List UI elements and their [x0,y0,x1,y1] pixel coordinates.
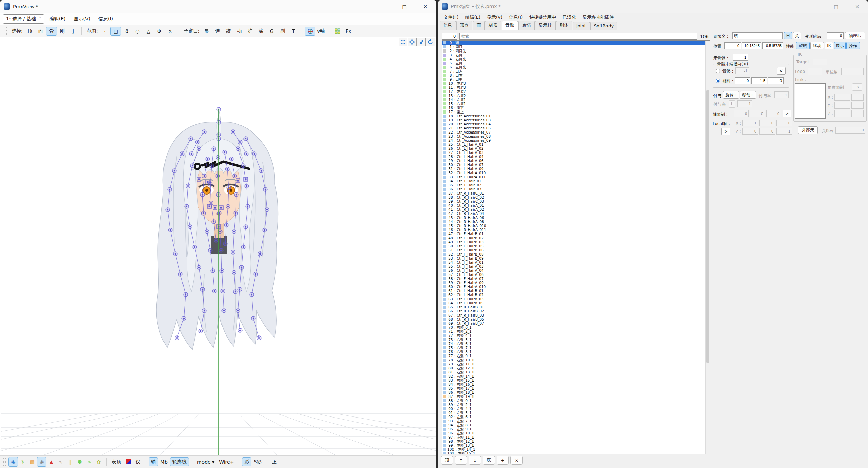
subwindow-button-显[interactable]: 显 [201,27,212,35]
tab-骨骼[interactable]: 骨骼 [502,21,518,30]
bone-list-item[interactable]: 16 : 歯下 [442,106,710,110]
range-button-□[interactable]: □ [111,27,121,35]
bone-list-item[interactable]: 2 : 両目先 [442,49,710,53]
bone-list-item[interactable]: 0 : 頭 [442,41,710,45]
bone-list-item[interactable]: 25 : Ctr_L_HairA_01 [442,142,710,146]
bone-list-item[interactable]: 61 : Ctr_L_HairB_01 [442,289,710,293]
subwindow-button-G[interactable]: G [267,27,277,35]
subwindow-button-动[interactable]: 动 [234,27,244,35]
local-axis-pick-button[interactable]: > [721,128,730,135]
label-front[interactable]: 正 [270,458,279,466]
bone-list-item[interactable]: 29 : Ctr_L_HairA_06 [442,159,710,163]
grid-quad-icon[interactable] [332,27,343,35]
bone-list-item[interactable]: 34 : Ctr_T_Hair_01 [442,179,710,183]
menu-item-3[interactable]: 信息(I) [506,14,526,21]
bone-list-item[interactable]: 99 : 左髪_13_1 [442,443,710,447]
bone-list-item[interactable]: 93 : 左髪_7_1 [442,419,710,423]
menu-item-4[interactable]: 快捷键禁用中 [526,14,559,21]
menu-item-5[interactable]: 已汉化 [559,14,579,21]
bone-list-item[interactable]: 28 : Ctr_L_HairA_04 [442,155,710,159]
subwindow-button-选[interactable]: 选 [212,27,223,35]
bone-list-item[interactable]: 66 : Ctr_R_HairB_02 [442,309,710,313]
menu-item-0[interactable]: 文件(F) [440,14,462,21]
material-swatch-icon[interactable] [126,459,131,464]
mode-dropdown[interactable]: mode ▾ [195,458,216,466]
bone-list-item[interactable]: 95 : 左髪_9_1 [442,427,710,431]
toggle-burst-icon[interactable]: ✳ [18,457,27,466]
bone-list-item[interactable]: 17 : 歯上 [442,110,710,114]
move-down-button[interactable]: ↓ [469,456,481,465]
tab-表情[interactable]: 表情 [518,21,535,30]
bone-list-item[interactable]: 10 : 左眉3 [442,81,710,85]
bone-list-item[interactable]: 77 : 右髪_9_1 [442,354,710,358]
bone-list-item[interactable]: 30 : Ctr_L_HairA_07 [442,163,710,167]
bone-list-item[interactable]: 15 : 右眉1 [442,102,710,106]
bone-list-item[interactable]: 69 : Ctr_R_HairB_07 [442,321,710,325]
maximize-button[interactable]: □ [394,0,415,13]
menu-item-1[interactable]: 编辑(E) [462,14,484,21]
bone-list-item[interactable]: 42 : Ctr_R_HairA_04 [442,211,710,216]
bone-list-item[interactable]: 81 : 右髪_13_1 [442,370,710,374]
bone-list[interactable]: 0 : 頭 1 : 両目 2 : 両目先 3 : 右目 4 : 右目光 5 : … [442,40,710,454]
bone-name-field[interactable] [732,32,783,39]
tail-rel-z-field[interactable] [768,77,784,84]
select-button-刚[interactable]: 刚 [57,27,67,35]
rotate-view-button[interactable] [426,38,435,46]
menu-item-2[interactable]: 显示(V) [484,14,506,21]
selected-index-field[interactable] [442,33,457,40]
subwindow-button-T[interactable]: T [288,27,298,35]
bone-list-item[interactable]: 89 : 左髪_2_1 [442,403,710,407]
perf-旋转-button[interactable]: 旋转 [796,42,810,49]
bone-list-item[interactable]: 64 : Ctr_L_HairB_05 [442,301,710,305]
bone-list-item[interactable]: 82 : 右髪_14_1 [442,374,710,378]
label-only[interactable]: 仅 [134,458,142,466]
close-button[interactable]: ✕ [415,0,436,13]
bone-list-item[interactable]: 88 : 左髪_0_1 [442,399,710,403]
tab-信息[interactable]: 信息 [440,21,456,30]
menu-item-0[interactable]: 编辑(E) [45,15,70,23]
bone-list-item[interactable]: 5 : 左目 [442,61,710,65]
toggle-wire-plus[interactable]: Wire+ [217,458,236,466]
close-button[interactable]: ✕ [847,0,868,13]
toggle-shadow[interactable]: 影 [242,458,251,466]
axis-target-icon[interactable] [305,27,315,35]
en-name-button[interactable]: 英 [793,32,801,39]
bone-list-item[interactable]: 58 : Ctr_F_HairA_07 [442,277,710,281]
bone-list-item[interactable]: 21 : Ctr_Accessories_05 [442,126,710,130]
select-button-顶[interactable]: 顶 [25,27,35,35]
bone-list-item[interactable]: 53 : Ctr_F_HairB_09 [442,256,710,260]
range-button-δ[interactable]: δ [121,27,132,35]
perf-移动-button[interactable]: 移动 [810,42,824,49]
tab-显示枠[interactable]: 显示枠 [535,21,556,30]
bone-list-item[interactable]: 43 : Ctr_R_HairA_06 [442,216,710,220]
bone-list-item[interactable]: 92 : 左髪_6_1 [442,415,710,419]
bone-list-item[interactable]: 94 : 左髪_8_1 [442,423,710,427]
bone-list-item[interactable]: 27 : Ctr_L_HairA_03 [442,150,710,155]
range-button-△[interactable]: △ [143,27,153,35]
deform-layer-field[interactable] [827,32,844,39]
bone-list-item[interactable]: 3 : 右目 [442,53,710,57]
bone-list-item[interactable]: 50 : Ctr_F_HairB_05 [442,244,710,248]
scrollbar-thumb[interactable] [706,90,709,363]
toggle-lines-icon[interactable]: ‖ [66,457,75,466]
bone-list-item[interactable]: 7 : 口左 [442,69,710,73]
tab-Joint[interactable]: Joint [573,22,590,30]
bone-list-item[interactable]: 63 : Ctr_L_HairB_03 [442,297,710,301]
maximize-button[interactable]: □ [826,0,847,13]
bone-list-scrollbar[interactable] [705,41,710,454]
bone-list-item[interactable]: 75 : 右髪_7_1 [442,346,710,350]
bone-list-item[interactable]: 67 : Ctr_R_HairB_03 [442,313,710,317]
toggle-hatch-icon[interactable]: ▩ [28,457,37,466]
bone-list-item[interactable]: 87 : 右髪_19_1 [442,394,710,399]
bone-list-item[interactable]: 4 : 右目光 [442,57,710,61]
bone-list-item[interactable]: 98 : 左髪_12_1 [442,439,710,443]
vaxis-button[interactable]: v軸 [316,27,326,35]
range-button-○[interactable]: ○ [132,27,142,35]
menu-item-2[interactable]: 信息(I) [94,15,117,23]
bone-list-item[interactable]: 19 : Ctr_Accessories_03 [442,118,710,122]
toggle-dot-icon[interactable]: ◉ [37,457,46,466]
bone-list-item[interactable]: 68 : Ctr_R_HairB_05 [442,317,710,321]
range-button-·[interactable]: · [100,27,110,35]
toggle-gear-icon[interactable]: ✿ [94,457,103,466]
range-button-×[interactable]: × [165,27,175,35]
